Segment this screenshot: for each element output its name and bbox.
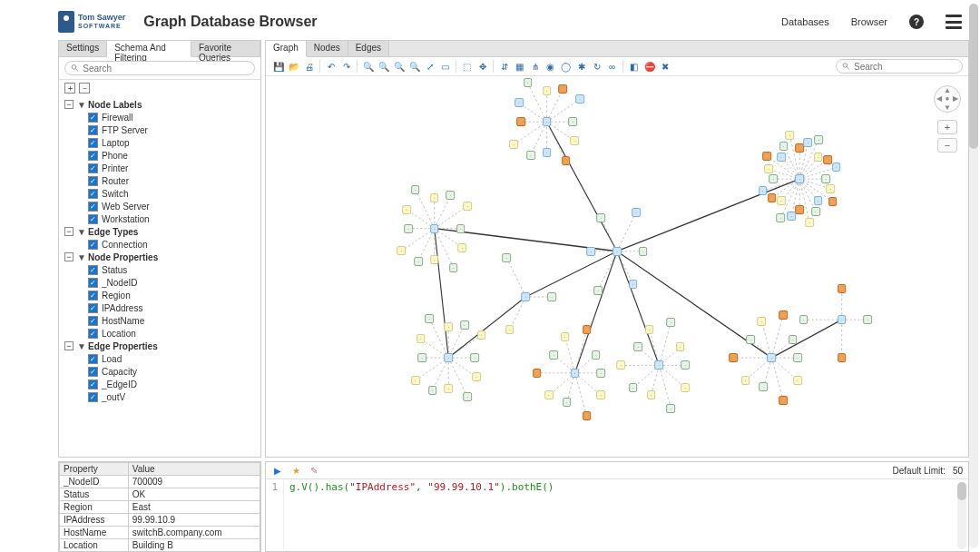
graph-edge[interactable] [799,179,809,222]
tree-section[interactable]: −▼Node Properties [59,251,257,263]
tree-item[interactable]: Connection [59,238,257,251]
graph-leaf-node[interactable]: · [758,317,767,326]
graph-leaf-node[interactable]: · [526,151,535,160]
graph-leaf-node[interactable]: · [838,353,847,362]
table-row[interactable]: LocationBuilding B [60,539,260,552]
circular-layout-icon[interactable]: ◯ [559,60,573,74]
fit-page-icon[interactable]: ▭ [438,60,452,74]
graph-leaf-node[interactable]: · [795,205,804,214]
query-scrollbar-thumb[interactable] [957,482,966,500]
incremental-layout-icon[interactable]: ↻ [590,60,603,74]
graph-leaf-node[interactable]: · [617,360,626,370]
graph-leaf-node[interactable]: · [505,325,514,334]
graph-leaf-node[interactable]: · [446,191,456,200]
graph-leaf-node[interactable]: · [562,156,571,165]
graph-leaf-node[interactable]: · [514,98,524,107]
tree-item[interactable]: _NodeID [59,276,257,289]
graph-leaf-node[interactable]: · [563,398,572,407]
graph-leaf-node[interactable]: · [596,390,605,399]
graph-leaf-node[interactable]: · [460,320,469,330]
graph-leaf-node[interactable]: · [430,193,439,202]
tree-item[interactable]: IPAddress [59,301,257,314]
graph-leaf-node[interactable]: · [799,315,808,324]
graph-leaf-node[interactable]: · [764,164,773,173]
collapse-icon[interactable]: − [64,100,74,109]
table-row[interactable]: RegionEast [60,501,260,514]
graph-hub-node[interactable]: · [767,353,776,362]
graph-leaf-node[interactable]: · [596,213,605,222]
graph-leaf-node[interactable]: · [827,184,836,193]
graph-leaf-node[interactable]: · [472,372,481,381]
zoom-out-icon[interactable]: 🔍 [392,60,406,74]
graph-leaf-node[interactable]: · [777,153,786,162]
graph-leaf-node[interactable]: · [681,360,690,370]
graph-edge[interactable] [799,167,837,179]
graph-hub-node[interactable]: · [612,247,622,256]
graph-leaf-node[interactable]: · [449,263,458,272]
table-row[interactable]: IPAddress99.99.10.9 [60,514,260,527]
tree-item[interactable]: Firewall [59,111,257,123]
graph-leaf-node[interactable]: · [428,386,437,395]
tree-search[interactable] [64,61,255,75]
relayout-icon[interactable]: ∞ [605,60,619,74]
tree-item[interactable]: _outV [59,390,257,403]
graph-leaf-node[interactable]: · [558,84,567,94]
tree-section[interactable]: −▼Node Labels [59,98,257,111]
graph-leaf-node[interactable]: · [787,212,796,221]
graph-leaf-node[interactable]: · [416,334,426,343]
pan-up-icon[interactable]: ▲ [943,86,951,94]
graph-leaf-node[interactable]: · [470,353,479,362]
clear-query-button[interactable]: ✎ [308,464,320,477]
redo-icon[interactable]: ↷ [339,60,353,74]
tab-settings[interactable]: Settings [59,41,107,56]
checkbox-checked-icon[interactable] [88,367,98,377]
expand-all-button[interactable]: ＋ [64,83,75,94]
graph-leaf-node[interactable]: · [425,314,434,323]
graph-leaf-node[interactable]: · [838,284,847,293]
graph-hub-node[interactable]: · [543,117,552,126]
zoom-in-icon[interactable]: 🔍 [361,60,375,74]
graph-leaf-node[interactable]: · [676,342,685,351]
tree-item[interactable]: FTP Server [59,123,257,136]
graph-leaf-node[interactable]: · [586,247,595,256]
tree-search-input[interactable] [83,64,249,74]
graph-leaf-node[interactable]: · [805,218,814,227]
tree-item[interactable]: Status [59,263,257,276]
graph-edge[interactable] [659,322,671,365]
graph-leaf-node[interactable]: · [759,186,768,195]
graph-leaf-node[interactable]: · [592,350,601,360]
collapse-all-button[interactable]: － [79,83,90,94]
graph-leaf-node[interactable]: · [667,318,676,327]
query-editor[interactable]: 1 g.V().has("IPAddress", "99.99.10.1").b… [266,479,968,551]
graph-leaf-node[interactable]: · [776,213,785,222]
graph-leaf-node[interactable]: · [814,135,823,144]
tree-item[interactable]: Printer [59,162,257,174]
graph-canvas[interactable]: ▲ ◀●▶ ▼ + − ····························… [266,76,968,457]
graph-hub-node[interactable]: · [571,369,580,378]
tab-schema-and-filtering[interactable]: Schema And Filtering [107,41,191,57]
graph-leaf-node[interactable]: · [789,335,798,344]
graph-leaf-node[interactable]: · [516,117,525,126]
balloon-layout-icon[interactable]: ◉ [544,60,557,74]
tree-layout-icon[interactable]: ⋔ [528,60,542,74]
graph-leaf-node[interactable]: · [463,202,472,211]
checkbox-checked-icon[interactable] [88,113,98,123]
graph-leaf-node[interactable]: · [746,335,755,344]
graph-leaf-node[interactable]: · [397,246,407,255]
zoom-out-alt-icon[interactable]: 🔍 [407,60,421,74]
graph-leaf-node[interactable]: · [793,353,802,362]
graph-leaf-node[interactable]: · [456,224,466,233]
default-limit-value[interactable]: 50 [953,466,963,476]
pan-down-icon[interactable]: ▼ [943,104,951,112]
graph-hub-node[interactable]: · [795,174,804,183]
graph-leaf-node[interactable]: · [411,185,420,194]
graph-leaf-node[interactable]: · [543,148,552,157]
graph-edge[interactable] [547,122,617,251]
graph-leaf-node[interactable]: · [570,136,579,145]
checkbox-checked-icon[interactable] [88,380,98,389]
graph-leaf-node[interactable]: · [593,286,603,295]
table-row[interactable]: StatusOK [60,488,260,501]
graph-leaf-node[interactable]: · [583,325,592,334]
graph-leaf-node[interactable]: · [569,117,578,126]
tab-nodes[interactable]: Nodes [307,41,348,56]
